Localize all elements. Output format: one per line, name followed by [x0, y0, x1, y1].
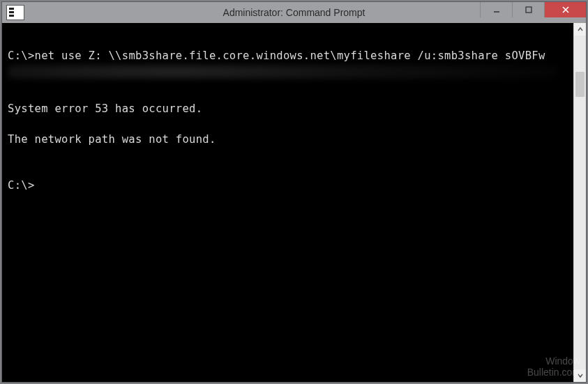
scrollbar-track[interactable]: [574, 36, 586, 369]
terminal-output[interactable]: C:\>net use Z: \\smb3share.file.core.win…: [2, 23, 573, 382]
scroll-up-button[interactable]: [574, 23, 586, 36]
titlebar[interactable]: Administrator: Command Prompt: [2, 2, 586, 23]
window-controls: [480, 2, 586, 17]
command-prompt-window: Administrator: Command Prompt C:\>net us…: [1, 1, 587, 383]
command-text: net use Z: \\smb3share.file.core.windows…: [35, 49, 545, 62]
redacted-line: [8, 65, 558, 79]
maximize-icon: [525, 6, 532, 13]
scroll-down-button[interactable]: [574, 369, 586, 382]
output-line: System error 53 has occurred.: [8, 102, 202, 115]
close-icon: [561, 6, 570, 14]
prompt-line: C:\>: [8, 179, 35, 192]
minimize-button[interactable]: [480, 2, 512, 17]
client-area: C:\>net use Z: \\smb3share.file.core.win…: [2, 23, 586, 382]
cmd-icon: [6, 5, 24, 20]
vertical-scrollbar[interactable]: [573, 23, 586, 382]
svg-rect-1: [526, 7, 532, 13]
maximize-button[interactable]: [512, 2, 544, 17]
minimize-icon: [493, 6, 500, 13]
output-line: The network path was not found.: [8, 133, 216, 146]
prompt: C:\>: [8, 49, 35, 62]
scrollbar-thumb[interactable]: [575, 72, 585, 97]
close-button[interactable]: [544, 2, 586, 17]
chevron-down-icon: [577, 372, 584, 379]
prompt-line: C:\>net use Z: \\smb3share.file.core.win…: [8, 49, 545, 62]
chevron-up-icon: [577, 26, 584, 33]
